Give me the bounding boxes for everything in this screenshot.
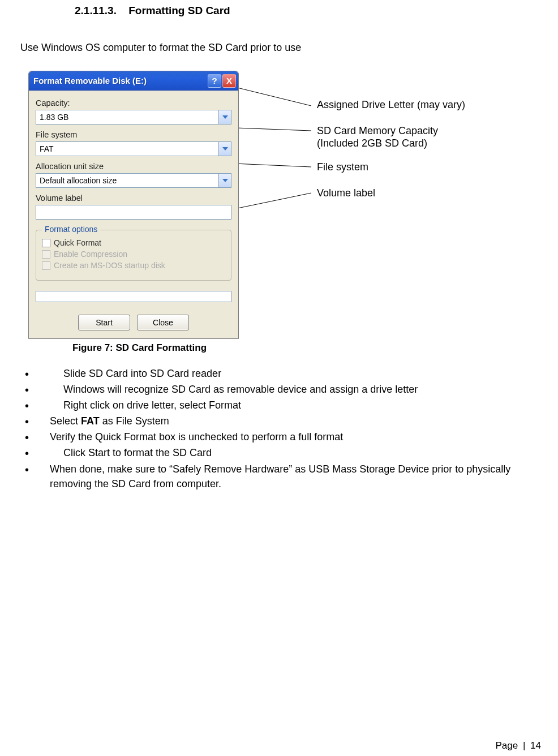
callout-lines (239, 70, 556, 386)
capacity-combo[interactable]: 1.83 GB (36, 110, 231, 124)
list-item: When done, make sure to “Safely Remove H… (25, 462, 538, 491)
allocation-label: Allocation unit size (36, 162, 231, 171)
page-footer: Page | 14 (495, 740, 541, 751)
quick-format-checkbox[interactable]: Quick Format (42, 238, 225, 247)
format-dialog: Format Removable Disk (E:) ? X Capacity:… (28, 71, 239, 339)
chevron-down-icon (218, 174, 231, 187)
volume-label-input[interactable] (36, 205, 231, 220)
list-text: Select (50, 415, 81, 427)
checkbox-icon (42, 239, 50, 247)
close-button[interactable]: X (222, 74, 236, 88)
filesystem-combo[interactable]: FAT (36, 141, 231, 156)
progress-bar (36, 291, 231, 302)
checkbox-icon (42, 261, 50, 270)
filesystem-value: FAT (36, 144, 218, 153)
start-button[interactable]: Start (78, 315, 130, 330)
list-item: Verify the Quick Format box is unchecked… (25, 429, 538, 444)
chevron-down-icon (218, 110, 231, 124)
help-icon: ? (212, 76, 217, 85)
filesystem-label: File system (36, 130, 231, 139)
section-title: Formatting SD Card (128, 5, 230, 16)
list-item: Right click on drive letter, select Form… (25, 398, 538, 413)
msdos-startup-checkbox: Create an MS-DOS startup disk (42, 261, 225, 270)
close-icon: X (226, 76, 232, 85)
svg-line-1 (239, 124, 311, 131)
checkbox-icon (42, 250, 50, 259)
svg-line-2 (239, 159, 311, 167)
chevron-down-icon (218, 142, 231, 156)
allocation-value: Default allocation size (36, 176, 218, 185)
list-item: Slide SD Card into SD Card reader (25, 366, 538, 381)
page-number: 14 (530, 740, 541, 751)
window-title: Format Removable Disk (E:) (33, 76, 208, 85)
footer-sep: | (523, 740, 525, 751)
callout-volume-label: Volume label (317, 187, 375, 199)
format-options-legend: Format options (42, 225, 100, 234)
format-options-group: Format options Quick Format Enable Compr… (36, 230, 231, 281)
capacity-label: Capacity: (36, 98, 231, 108)
list-item: Click Start to format the SD Card (25, 445, 538, 460)
list-item: Windows will recognize SD Card as remova… (25, 382, 538, 397)
quick-format-label: Quick Format (54, 238, 101, 247)
capacity-value: 1.83 GB (36, 113, 218, 122)
enable-compression-checkbox: Enable Compression (42, 250, 225, 259)
msdos-startup-label: Create an MS-DOS startup disk (54, 261, 165, 270)
list-item: Select FAT as File System (25, 414, 538, 428)
callout-drive-letter: Assigned Drive Letter (may vary) (317, 99, 465, 111)
footer-label: Page (495, 740, 518, 751)
close-dialog-label: Close (153, 318, 173, 327)
volume-label-label: Volume label (36, 194, 231, 203)
step-list: Slide SD Card into SD Card reader Window… (25, 366, 538, 491)
figure-caption: Figure 7: SD Card Formatting (72, 342, 538, 354)
callout-capacity-2: (Included 2GB SD Card) (317, 138, 427, 149)
help-button[interactable]: ? (208, 74, 221, 88)
allocation-combo[interactable]: Default allocation size (36, 173, 231, 188)
callout-capacity-1: SD Card Memory Capacity (317, 125, 438, 137)
section-heading: 2.1.11.3. Formatting SD Card (75, 5, 538, 17)
start-button-label: Start (96, 318, 113, 327)
callout-file-system: File system (317, 161, 368, 173)
title-bar[interactable]: Format Removable Disk (E:) ? X (29, 71, 238, 91)
close-dialog-button[interactable]: Close (137, 315, 189, 330)
enable-compression-label: Enable Compression (54, 250, 127, 259)
list-text: as File System (100, 415, 169, 427)
svg-line-3 (239, 193, 311, 230)
svg-line-0 (239, 83, 311, 106)
section-number: 2.1.11.3. (75, 5, 117, 16)
intro-text: Use Windows OS computer to format the SD… (20, 42, 538, 54)
list-bold: FAT (81, 415, 100, 427)
